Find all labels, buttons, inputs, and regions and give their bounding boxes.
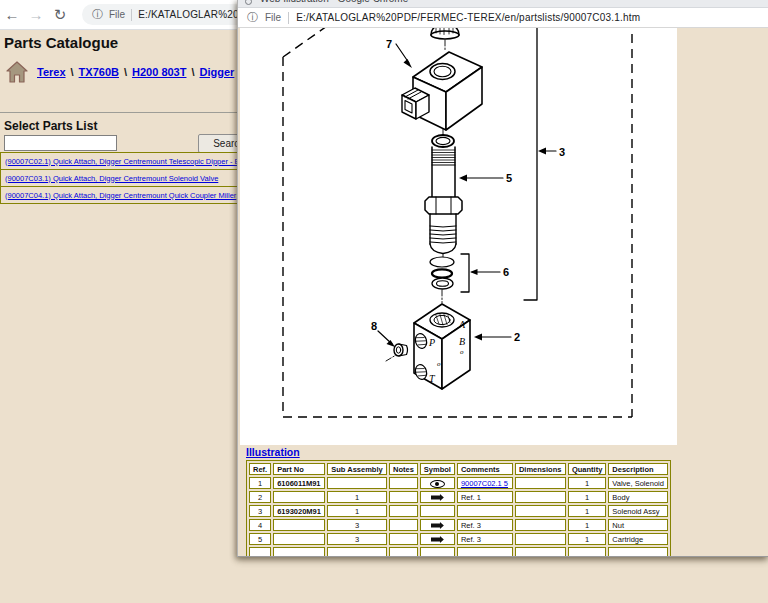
cell-sub-assembly: 3 <box>327 519 387 531</box>
cell-notes <box>389 505 418 517</box>
cell-ref: 3 <box>249 505 271 517</box>
cell-part-no <box>273 491 325 503</box>
arrowhead-6 <box>470 269 478 275</box>
cell-notes <box>389 491 418 503</box>
breadcrumb-link-tx760b[interactable]: TX760B <box>79 66 119 78</box>
popup-titlebar[interactable]: Web Illustration - Google Chrome <box>238 0 768 8</box>
parts-table: Ref. Part No Sub Assembly Notes Symbol C… <box>246 460 671 556</box>
breadcrumb-link-h200-803t[interactable]: H200 803T <box>132 66 186 78</box>
cell-sub-assembly: 1 <box>327 505 387 517</box>
forward-icon[interactable]: → <box>24 6 48 23</box>
cell-notes <box>389 477 418 489</box>
arrow-icon <box>431 522 444 529</box>
diagram-plug <box>394 344 408 356</box>
cell-quantity: 1 <box>568 533 606 545</box>
diagram-label-5: 5 <box>506 172 512 184</box>
cell-quantity: 1 <box>568 519 606 531</box>
diagram-label-8: 8 <box>371 320 377 332</box>
cell-notes <box>389 533 418 545</box>
cell-symbol <box>420 533 455 545</box>
cell-quantity: 1 <box>568 491 606 503</box>
breadcrumb-link-terex[interactable]: Terex <box>37 66 66 78</box>
cell-comments <box>457 505 513 517</box>
cell-dimensions <box>515 533 566 545</box>
diagram-ring <box>432 135 454 147</box>
col-part-no: Part No <box>273 463 325 475</box>
cell-description: Cartridge <box>608 533 668 545</box>
diagram-label-7: 7 <box>386 38 392 50</box>
popup-favicon <box>245 0 252 5</box>
table-row: 4 3 Ref. 3 1 Nut <box>249 519 668 531</box>
arrowhead-3 <box>538 148 546 155</box>
cell-sub-assembly: 1 <box>327 491 387 503</box>
cell-part-no: 6193020M91 <box>273 505 325 517</box>
cell-quantity: 1 <box>568 505 606 517</box>
cell-dimensions <box>515 519 566 531</box>
col-quantity: Quantity <box>568 463 606 475</box>
cell-ref: 2 <box>249 491 271 503</box>
reload-icon[interactable]: ↻ <box>48 6 72 24</box>
popup-window-title: Web Illustration - Google Chrome <box>260 0 408 4</box>
bracket-3 <box>524 28 537 300</box>
parts-link-90007C03[interactable]: (90007C03.1) Quick Attach, Digger Centre… <box>5 174 218 183</box>
port-letter-o: o <box>437 360 441 368</box>
col-comments: Comments <box>457 463 513 475</box>
breadcrumb-separator: \ <box>191 66 194 78</box>
popup-address-url: E:/KATALOGLAR%20PDF/FERMEC-TEREX/en/part… <box>296 12 640 23</box>
illustration-link[interactable]: Illustration <box>246 446 300 458</box>
cell-description: Body <box>608 491 668 503</box>
diagram-solenoid-coil <box>402 52 482 130</box>
table-row: 1 6106011M91 90007C02.1 5 1 Valve, Solen… <box>249 477 668 489</box>
cell-part-no: 6106011M91 <box>273 477 325 489</box>
address-divider <box>131 9 132 21</box>
parts-search-input[interactable] <box>4 135 117 151</box>
info-icon[interactable]: ⓘ <box>92 7 103 22</box>
table-row-partial <box>249 547 668 556</box>
cell-symbol <box>420 519 455 531</box>
info-icon[interactable]: ⓘ <box>247 10 258 25</box>
cell-ref: 5 <box>249 533 271 545</box>
popup-address-scheme-label: File <box>265 12 281 23</box>
bracket-6 <box>461 254 469 292</box>
cell-symbol <box>420 477 455 489</box>
cell-quantity: 1 <box>568 477 606 489</box>
page-title: Parts Catalogue <box>4 34 118 51</box>
cell-dimensions <box>515 491 566 503</box>
diagram-label-2: 2 <box>514 331 520 343</box>
table-header-row: Ref. Part No Sub Assembly Notes Symbol C… <box>249 463 668 475</box>
table-row: 3 6193020M91 1 1 Solenoid Assy <box>249 505 668 517</box>
address-divider <box>288 12 289 24</box>
cell-sub-assembly <box>327 477 387 489</box>
diagram-label-3: 3 <box>559 146 565 158</box>
arrowhead-5 <box>459 175 467 182</box>
col-description: Description <box>608 463 668 475</box>
diagram-seals <box>430 257 454 289</box>
col-ref: Ref. <box>249 463 271 475</box>
popup-content: 7 5 6 3 2 8 P T A B o o Illustration <box>238 28 768 556</box>
breadcrumb: Terex \ TX760B \ H200 803T \ Digger <box>6 60 234 84</box>
cell-comments: Ref. 1 <box>457 491 513 503</box>
arrowhead-8 <box>387 340 396 347</box>
cell-comments: 90007C02.1 5 <box>457 477 513 489</box>
cell-dimensions <box>515 505 566 517</box>
parts-diagram: 7 5 6 3 2 8 P T A B o o <box>240 28 677 445</box>
breadcrumb-separator: \ <box>124 66 127 78</box>
table-row: 2 1 Ref. 1 1 Body <box>249 491 668 503</box>
port-letter-p: P <box>428 337 435 348</box>
home-icon[interactable] <box>6 60 28 84</box>
cell-ref: 4 <box>249 519 271 531</box>
arrowhead-7 <box>404 59 413 68</box>
parts-link-90007C04[interactable]: (90007C04.1) Quick Attach, Digger Centre… <box>5 191 236 200</box>
illustration-panel: 7 5 6 3 2 8 P T A B o o <box>240 28 677 445</box>
cell-sub-assembly: 3 <box>327 533 387 545</box>
select-parts-list-heading: Select Parts List <box>4 119 97 133</box>
popup-address-bar[interactable]: ⓘ File E:/KATALOGLAR%20PDF/FERMEC-TEREX/… <box>238 8 768 28</box>
cell-description: Valve, Solenoid <box>608 477 668 489</box>
eye-icon <box>430 480 445 488</box>
back-icon[interactable]: ← <box>0 6 24 23</box>
cell-description: Solenoid Assy <box>608 505 668 517</box>
breadcrumb-link-digger[interactable]: Digger <box>200 66 235 78</box>
parts-link-90007C02[interactable]: (90007C02.1) Quick Attach, Digger Centre… <box>5 157 244 166</box>
comment-link[interactable]: 90007C02.1 5 <box>461 479 508 488</box>
address-scheme-label: File <box>109 9 125 20</box>
